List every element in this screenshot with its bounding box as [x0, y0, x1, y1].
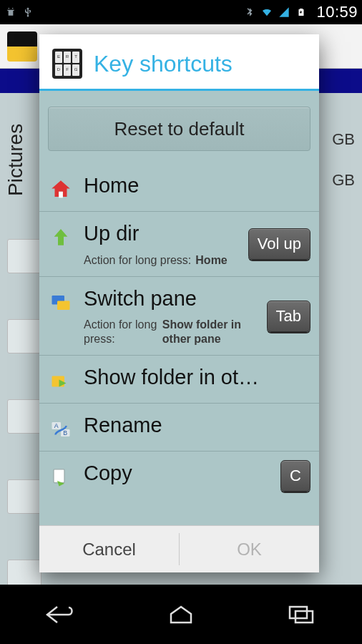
- key-badge[interactable]: Tab: [267, 301, 310, 332]
- clock-text: 10:59: [316, 3, 358, 21]
- signal-icon: [278, 6, 290, 19]
- svg-rect-7: [54, 469, 64, 483]
- navigation-bar: [0, 585, 362, 644]
- item-label: Switch pane: [84, 286, 260, 313]
- bg-tile: [7, 399, 41, 434]
- status-bar: 10:59: [0, 0, 362, 24]
- arrow-up-icon: [48, 225, 74, 250]
- item-label: Show folder in ot…: [84, 364, 310, 391]
- dialog-footer: Cancel OK: [39, 525, 319, 572]
- battery-charging-icon: [295, 6, 308, 19]
- cancel-button[interactable]: Cancel: [39, 526, 179, 572]
- show-folder-icon: [48, 369, 74, 394]
- bg-tile: [7, 239, 41, 273]
- item-subtext: Action for long press: Home: [84, 253, 241, 268]
- reset-to-default-button[interactable]: Reset to default: [48, 107, 310, 151]
- switch-pane-icon: [48, 290, 74, 316]
- shortcut-list[interactable]: Home Up dir Action for long press: Home …: [39, 164, 319, 525]
- back-button[interactable]: [39, 600, 82, 629]
- svg-rect-9: [295, 611, 313, 623]
- list-item-rename[interactable]: AB Rename: [39, 404, 319, 452]
- debug-icon: [4, 6, 17, 19]
- wifi-icon: [260, 6, 273, 19]
- usb-icon: [21, 6, 34, 19]
- background-tab-pictures: Pictures: [4, 124, 27, 196]
- app-icon: [7, 31, 37, 62]
- bg-tile: [7, 479, 41, 514]
- svg-rect-1: [57, 301, 70, 310]
- svg-text:B: B: [63, 429, 67, 436]
- item-label: Up dir: [84, 220, 241, 248]
- keyboard-icon: ERTDFG: [52, 49, 82, 79]
- rename-icon: AB: [48, 416, 74, 442]
- item-subtext: Action for long press: Show folder in ot…: [84, 318, 260, 346]
- home-button[interactable]: [160, 600, 202, 629]
- list-item-show-folder[interactable]: Show folder in ot…: [39, 356, 319, 404]
- item-label: Rename: [84, 412, 310, 439]
- bluetooth-icon: [243, 6, 256, 19]
- dialog-header: ERTDFG Key shortcuts: [39, 34, 319, 89]
- list-item-up-dir[interactable]: Up dir Action for long press: Home Vol u…: [39, 212, 319, 277]
- svg-rect-8: [290, 607, 307, 618]
- ok-button[interactable]: OK: [180, 526, 319, 572]
- dialog-title: Key shortcuts: [94, 51, 233, 77]
- storage-size-2: GB: [332, 171, 355, 190]
- list-item-switch-pane[interactable]: Switch pane Action for long press: Show …: [39, 277, 319, 356]
- home-icon: [48, 177, 74, 203]
- list-item-copy[interactable]: Copy C: [39, 452, 319, 500]
- svg-text:A: A: [54, 422, 59, 429]
- recents-button[interactable]: [280, 600, 323, 629]
- item-label: Home: [84, 172, 310, 200]
- key-badge[interactable]: Vol up: [248, 228, 310, 260]
- key-badge[interactable]: C: [280, 460, 310, 492]
- list-item-home[interactable]: Home: [39, 164, 319, 212]
- bg-tile: [7, 319, 41, 353]
- storage-size-1: GB: [332, 130, 355, 149]
- copy-icon: [48, 464, 74, 490]
- dialog-body: Reset to default Home Up dir: [39, 91, 319, 525]
- item-label: Copy: [84, 460, 273, 487]
- key-shortcuts-dialog: ERTDFG Key shortcuts Reset to default Ho…: [39, 34, 319, 572]
